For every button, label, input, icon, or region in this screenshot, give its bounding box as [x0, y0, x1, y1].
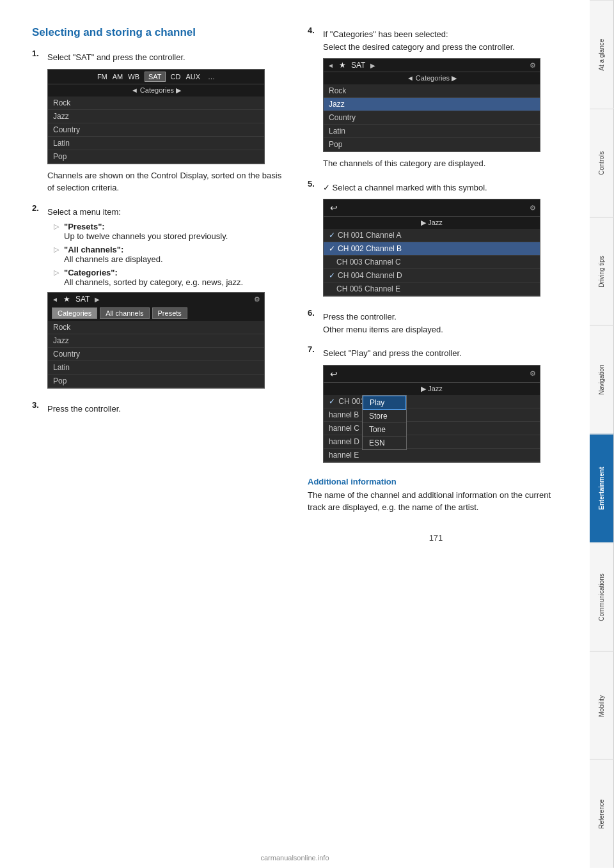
- list-item-rock-1: Rock: [48, 97, 264, 110]
- screen2-tabs: Categories All channels Presets: [48, 306, 264, 321]
- screen1-topbar: FM AM WB SAT CD AUX …: [48, 70, 264, 84]
- sidebar-tab-reference[interactable]: Reference: [590, 759, 614, 868]
- step-3-num: 3.: [32, 400, 43, 418]
- screen-1: FM AM WB SAT CD AUX … ◄ Categories ▶ Roc…: [47, 69, 265, 164]
- bullet-list: ▷ "Presets": Up to twelve channels you s…: [54, 222, 288, 287]
- screen-2: ◄ ★ SAT ▶ ⚙ Categories All channels Pres…: [47, 292, 265, 389]
- channels-category-note: The channels of this category are displa…: [323, 157, 564, 170]
- ch004: ✓CH 004 Channel D: [324, 269, 540, 283]
- arrow-icon-categories: ▷: [54, 268, 60, 287]
- step-7: 7. Select "Play" and press the controlle…: [308, 345, 564, 468]
- list-item-pop-3: Pop: [324, 138, 540, 151]
- list-item-rock-3: Rock: [324, 84, 540, 98]
- menu-tone: Tone: [363, 423, 406, 437]
- channels-note: Channels are shown on the Control Displa…: [47, 169, 288, 194]
- step-5-content: ✓ Select a channel marked with this symb…: [323, 179, 564, 302]
- menu-play: Play: [363, 396, 406, 410]
- screen-5: ↩ ⚙ ▶ Jazz ✓ CH 001 Channel A hannel B h…: [323, 365, 540, 463]
- screen3-categories: ◄ Categories ▶: [324, 72, 540, 84]
- screen5-ch003: hannel C: [324, 422, 540, 435]
- step-3-content: Press the controller.: [47, 400, 288, 418]
- arrow-icon-all-channels: ▷: [54, 245, 60, 264]
- arrow-icon-presets: ▷: [54, 222, 60, 241]
- ch001: ✓CH 001 Channel A: [324, 229, 540, 242]
- screen5-ch005: hannel E: [324, 449, 540, 462]
- list-item-jazz-1: Jazz: [48, 110, 264, 123]
- main-content: Selecting and storing a channel 1. Selec…: [0, 0, 590, 568]
- list-item-rock-2: Rock: [48, 321, 264, 334]
- step-2-num: 2.: [32, 203, 43, 394]
- list-item-pop-1: Pop: [48, 150, 264, 164]
- screen4-jazz-bar: ▶ Jazz: [324, 216, 540, 229]
- sidebar-tab-controls[interactable]: Controls: [590, 109, 614, 217]
- list-item-country-1: Country: [48, 123, 264, 137]
- watermark: carmanualsonline.info: [0, 854, 590, 862]
- ch003: CH 003 Channel C: [324, 256, 540, 269]
- list-item-country-2: Country: [48, 348, 264, 361]
- step-4-num: 4.: [308, 26, 319, 173]
- step-1-num: 1.: [32, 49, 43, 197]
- ch005: CH 005 Channel E: [324, 283, 540, 296]
- list-item-jazz-3: Jazz: [324, 98, 540, 111]
- screen-3: ◄ ★ SAT ▶ ⚙ ◄ Categories ▶ Rock Jazz Cou…: [323, 58, 540, 152]
- step-1-content: Select "SAT" and press the controller. F…: [47, 49, 288, 197]
- step-6: 6. Press the controller.Other menu items…: [308, 308, 564, 338]
- additional-info-text: The name of the channel and additional i…: [308, 489, 564, 514]
- step-7-num: 7.: [308, 345, 319, 468]
- screen2-topbar: ◄ ★ SAT ▶ ⚙: [48, 293, 264, 306]
- screen4-topbar: ↩ ⚙: [324, 199, 540, 216]
- step-4: 4. If "Categories" has been selected:Sel…: [308, 26, 564, 173]
- list-item-latin-2: Latin: [48, 361, 264, 375]
- bullet-categories: ▷ "Categories": All channels, sorted by …: [54, 268, 288, 287]
- screen5-ch002: hannel B: [324, 408, 540, 422]
- sidebar-tab-navigation[interactable]: Navigation: [590, 325, 614, 434]
- bullet-presets: ▷ "Presets": Up to twelve channels you s…: [54, 222, 288, 241]
- screen5-ch004: hannel D: [324, 435, 540, 449]
- screen5-topbar: ↩ ⚙: [324, 366, 540, 382]
- screen1-categories: ◄ Categories ▶: [48, 84, 264, 97]
- right-column: 4. If "Categories" has been selected:Sel…: [308, 26, 564, 543]
- step-4-content: If "Categories" has been selected:Select…: [323, 26, 564, 173]
- step-5: 5. ✓ Select a channel marked with this s…: [308, 179, 564, 302]
- list-item-latin-3: Latin: [324, 125, 540, 138]
- sidebar-tab-mobility[interactable]: Mobility: [590, 651, 614, 760]
- sidebar-tab-communications[interactable]: Communications: [590, 543, 614, 651]
- section-title: Selecting and storing a channel: [32, 26, 288, 40]
- menu-store: Store: [363, 410, 406, 423]
- step-3: 3. Press the controller.: [32, 400, 288, 418]
- list-item-jazz-2: Jazz: [48, 334, 264, 348]
- step-2-content: Select a menu item: ▷ "Presets": Up to t…: [47, 203, 288, 394]
- sidebar-tabs: At a glance Controls Driving tips Naviga…: [590, 0, 614, 868]
- additional-info-title: Additional information: [308, 477, 564, 486]
- list-item-latin-1: Latin: [48, 137, 264, 150]
- step-7-content: Select "Play" and press the controller. …: [323, 345, 564, 468]
- sidebar-tab-at-a-glance[interactable]: At a glance: [590, 0, 614, 109]
- list-item-country-3: Country: [324, 111, 540, 125]
- context-menu: Play Store Tone ESN: [362, 395, 407, 450]
- bullet-all-channels: ▷ "All channels": All channels are displ…: [54, 245, 288, 264]
- page-number: 171: [308, 533, 564, 543]
- screen5-ch001: ✓ CH 001 Channel A: [324, 395, 540, 408]
- left-column: Selecting and storing a channel 1. Selec…: [32, 26, 288, 543]
- step-2: 2. Select a menu item: ▷ "Presets": Up t…: [32, 203, 288, 394]
- step-1: 1. Select "SAT" and press the controller…: [32, 49, 288, 197]
- step-6-num: 6.: [308, 308, 319, 338]
- sidebar-tab-driving-tips[interactable]: Driving tips: [590, 217, 614, 326]
- screen-4: ↩ ⚙ ▶ Jazz ✓CH 001 Channel A ✓CH 002 Cha…: [323, 199, 540, 297]
- menu-esn: ESN: [363, 437, 406, 449]
- screen3-topbar: ◄ ★ SAT ▶ ⚙: [324, 59, 540, 72]
- step-6-content: Press the controller.Other menu items ar…: [323, 308, 564, 338]
- list-item-pop-2: Pop: [48, 375, 264, 388]
- step-5-num: 5.: [308, 179, 319, 302]
- ch002: ✓CH 002 Channel B: [324, 242, 540, 256]
- sidebar-tab-entertainment[interactable]: Entertainment: [590, 434, 614, 543]
- screen5-jazz-bar: ▶ Jazz: [324, 382, 540, 395]
